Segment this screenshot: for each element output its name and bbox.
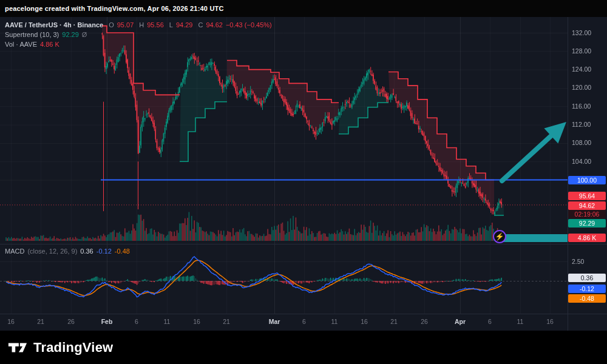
publish-header-text: peacelonge created with TradingView.com,… — [0, 5, 224, 12]
price-axis-label: 132.00 — [572, 29, 591, 36]
badge-supertrend[interactable]: 92.29 — [568, 219, 606, 228]
time-axis-label: 16 — [193, 318, 200, 325]
time-axis-label: 21 — [223, 318, 230, 325]
macd-signal-value: -0.48 — [115, 246, 130, 256]
supertrend-suffix: Ø — [82, 30, 87, 39]
time-axis-label: 6 — [302, 318, 306, 325]
time-axis-label: 16 — [546, 318, 554, 325]
badge-last-price[interactable]: 94.62 — [568, 201, 606, 210]
supertrend-legend-row[interactable]: Supertrend (10, 3) 92.29 Ø — [5, 30, 272, 39]
lightning-badge-icon[interactable]: ⚡ — [493, 230, 506, 243]
footer-bar: TradingView — [0, 331, 607, 364]
time-axis-label: 21 — [390, 318, 398, 325]
volume-legend-row[interactable]: Vol · AAVE 4.86 K — [5, 39, 272, 49]
macd-pane-legend[interactable]: MACD (close, 12, 26, 9) 0.36 -0.12 -0.48 — [5, 246, 130, 256]
high-value: 95.56 — [147, 20, 164, 30]
badge-macd-hist[interactable]: 0.36 — [568, 274, 606, 282]
time-axis-label: Apr — [455, 318, 466, 325]
close-label: C — [198, 20, 203, 30]
macd-hist-value: 0.36 — [80, 246, 93, 256]
time-axis-label: 6 — [488, 318, 492, 325]
tradingview-published-chart: peacelonge created with TradingView.com,… — [0, 0, 607, 364]
open-value: 95.07 — [117, 20, 134, 30]
macd-legend-row[interactable]: MACD (close, 12, 26, 9) 0.36 -0.12 -0.48 — [5, 246, 130, 256]
price-axis-label: 104.00 — [572, 158, 591, 165]
time-axis-label: 11 — [331, 318, 338, 325]
time-axis-label: 16 — [7, 318, 15, 325]
supertrend-name[interactable]: Supertrend (10, 3) — [5, 30, 59, 39]
volume-value: 4.86 K — [40, 39, 59, 49]
time-axis-label: 21 — [37, 318, 44, 325]
badge-macd-signal[interactable]: -0.48 — [568, 294, 606, 303]
macd-axis-label: 2.50 — [572, 258, 584, 265]
time-axis-label: 11 — [164, 318, 171, 325]
time-scale[interactable]: 162126Feb6111621Mar611162126Apr61116 — [0, 314, 568, 331]
close-value: 94.62 — [206, 20, 223, 30]
symbol-legend-row[interactable]: AAVE / TetherUS · 4h · Binance O 95.07 H… — [5, 20, 272, 30]
symbol-title[interactable]: AAVE / TetherUS · 4h · Binance — [5, 20, 103, 30]
low-label: L — [169, 20, 173, 30]
lightning-glyph: ⚡ — [495, 232, 504, 241]
open-label: O — [109, 20, 114, 30]
time-axis-label: Feb — [101, 318, 113, 325]
low-value: 94.29 — [176, 20, 193, 30]
tradingview-logo-icon[interactable] — [7, 340, 28, 356]
macd-params: (close, 12, 26, 9) — [27, 246, 77, 256]
change-value: −0.43 (−0.45%) — [226, 20, 272, 30]
badge-macd-line[interactable]: -0.12 — [568, 285, 606, 293]
time-axis-label: 16 — [361, 318, 368, 325]
macd-line-value: -0.12 — [97, 246, 112, 256]
price-axis-label: 124.00 — [572, 66, 591, 73]
high-label: H — [139, 20, 144, 30]
badge-volume[interactable]: 4.86 K — [568, 234, 606, 242]
chart-region: AAVE / TetherUS · 4h · Binance O 95.07 H… — [0, 17, 607, 331]
badge-level-100[interactable]: 100.00 — [568, 176, 606, 184]
price-axis-label: 112.00 — [572, 121, 591, 128]
price-axis-label: 120.00 — [572, 84, 591, 91]
main-pane-legend[interactable]: AAVE / TetherUS · 4h · Binance O 95.07 H… — [5, 20, 272, 49]
badge-9564[interactable]: 95.64 — [568, 192, 606, 200]
time-axis-label: 26 — [421, 318, 428, 325]
time-axis-label: Mar — [269, 318, 280, 325]
badge-countdown[interactable]: 02:19:06 — [568, 210, 606, 218]
chart-canvas[interactable] — [0, 17, 607, 331]
macd-name[interactable]: MACD — [5, 246, 24, 256]
time-axis-label: 6 — [135, 318, 138, 325]
price-axis-label: 128.00 — [572, 47, 591, 55]
price-scale[interactable]: 132.00128.00124.00120.00116.00112.00108.… — [568, 17, 607, 314]
price-axis-label: 108.00 — [572, 139, 591, 146]
time-axis-label: 26 — [67, 318, 75, 325]
price-axis-label: 116.00 — [572, 103, 591, 110]
volume-name[interactable]: Vol · AAVE — [5, 39, 37, 49]
supertrend-value: 92.29 — [62, 30, 79, 39]
publish-header-bar: peacelonge created with TradingView.com,… — [0, 0, 607, 17]
tradingview-wordmark[interactable]: TradingView — [33, 340, 113, 356]
time-axis-label: 11 — [517, 318, 524, 325]
